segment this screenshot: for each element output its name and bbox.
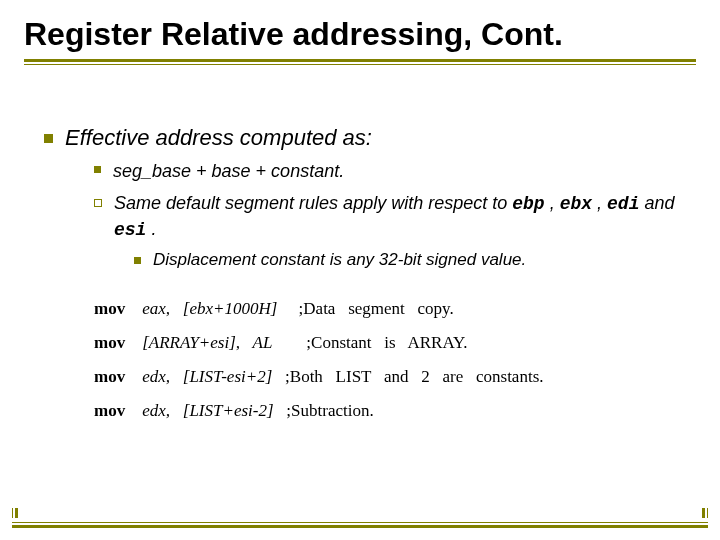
bullet-l1-text: Effective address computed as:: [65, 125, 372, 151]
bullet-l3: Displacement constant is any 32-bit sign…: [134, 250, 696, 270]
bullet-l2b-text: Same default segment rules apply with re…: [114, 191, 696, 242]
reg-edi: edi: [607, 194, 639, 214]
l2b-pre: Same default segment rules apply with re…: [114, 193, 512, 213]
reg-ebx: ebx: [560, 194, 592, 214]
code-op: mov: [94, 333, 125, 352]
bullet-l1: Effective address computed as:: [44, 125, 696, 151]
bullet-l2a: seg_base + base + constant.: [94, 159, 696, 183]
code-args: edx, [LIST+esi-2]: [142, 401, 273, 420]
code-row: mov [ARRAY+esi], AL ;Constant is ARRAY.: [94, 333, 467, 352]
reg-ebp: ebp: [512, 194, 544, 214]
bullet-l2a-text: seg_base + base + constant.: [113, 159, 344, 183]
bullet-l3-text: Displacement constant is any 32-bit sign…: [153, 250, 526, 270]
frame-side-line: [12, 508, 13, 518]
code-comment: ;Subtraction.: [286, 401, 373, 420]
title-underline: [24, 59, 696, 65]
slide: Register Relative addressing, Cont. Effe…: [0, 0, 720, 540]
code-op: mov: [94, 367, 125, 386]
code-row: mov edx, [LIST-esi+2] ;Both LIST and 2 a…: [94, 367, 544, 386]
code-args: [ARRAY+esi], AL: [142, 333, 272, 352]
code-comment: ;Both LIST and 2 are constants.: [285, 367, 543, 386]
l2b-sep2: ,: [592, 193, 607, 213]
code-op: mov: [94, 299, 125, 318]
code-args: edx, [LIST-esi+2]: [142, 367, 272, 386]
body: Effective address computed as: seg_base …: [24, 125, 696, 428]
frame-side-line: [707, 508, 708, 518]
code-comment: ;Data segment copy.: [299, 299, 454, 318]
l2b-and: and: [639, 193, 674, 213]
square-bullet-icon: [134, 257, 141, 264]
code-block: mov eax, [ebx+1000H] ;Data segment copy.…: [94, 292, 696, 428]
code-op: mov: [94, 401, 125, 420]
square-bullet-icon: [44, 134, 53, 143]
frame-side-line: [702, 508, 705, 518]
code-comment: ;Constant is ARRAY.: [306, 333, 467, 352]
reg-esi: esi: [114, 220, 146, 240]
bottom-frame: [12, 522, 708, 528]
code-row: mov edx, [LIST+esi-2] ;Subtraction.: [94, 401, 374, 420]
bullet-l2b: Same default segment rules apply with re…: [94, 191, 696, 242]
l2b-sep1: ,: [545, 193, 560, 213]
code-args: eax, [ebx+1000H]: [142, 299, 277, 318]
code-row: mov eax, [ebx+1000H] ;Data segment copy.: [94, 299, 454, 318]
square-bullet-icon: [94, 166, 101, 173]
title-block: Register Relative addressing, Cont.: [24, 16, 696, 65]
frame-side-line: [15, 508, 18, 518]
l2b-post: .: [146, 219, 156, 239]
open-square-bullet-icon: [94, 199, 102, 207]
page-title: Register Relative addressing, Cont.: [24, 16, 696, 59]
